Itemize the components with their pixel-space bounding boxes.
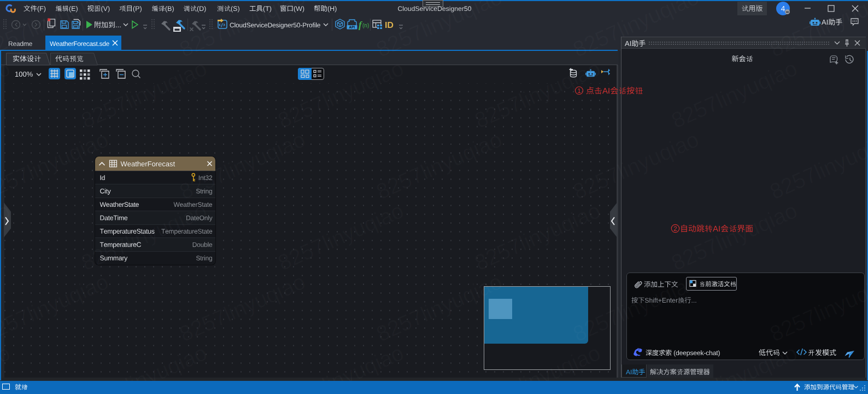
svg-text:(n): (n): [362, 22, 369, 28]
svg-text:API: API: [349, 25, 355, 29]
